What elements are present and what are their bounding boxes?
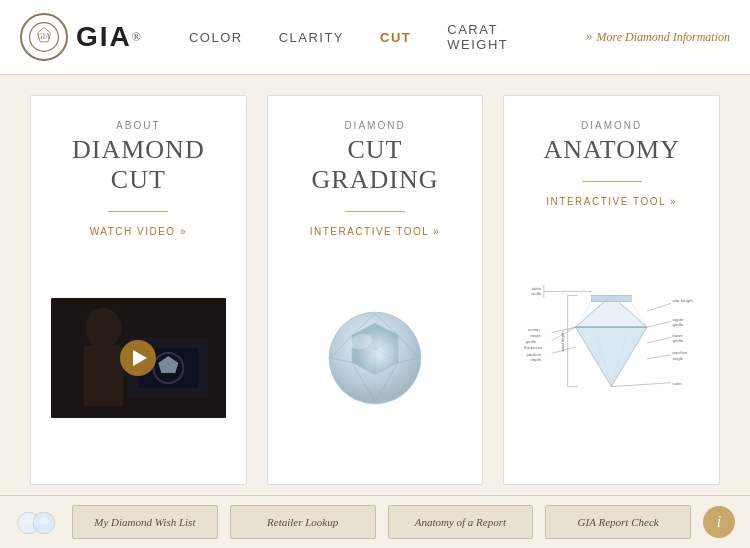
info-icon: i — [717, 513, 721, 531]
logo-text: GIA — [76, 21, 132, 53]
nav-clarity[interactable]: CLARITY — [261, 30, 362, 45]
svg-marker-24 — [576, 327, 647, 387]
watch-video-link[interactable]: WATCH VIDEO » — [90, 226, 187, 238]
report-check-button[interactable]: GIA Report Check — [545, 505, 691, 539]
svg-text:girdle: girdle — [673, 322, 684, 327]
card-label-2: DIAMOND — [344, 120, 405, 131]
svg-line-41 — [647, 322, 671, 328]
svg-point-3 — [85, 308, 121, 348]
more-info-link[interactable]: » More Diamond Information — [585, 29, 730, 45]
svg-line-56 — [647, 355, 671, 359]
svg-text:GIA: GIA — [38, 33, 52, 41]
card-anatomy: DIAMOND ANATOMY INTERACTIVE TOOL » — [503, 95, 720, 485]
card-cut-grading: DIAMOND CUT GRADING INTERACTIVE TOOL » — [267, 95, 484, 485]
more-info-label: More Diamond Information — [596, 30, 730, 45]
info-button[interactable]: i — [703, 506, 735, 538]
card-image-3: table width star length upper girdle cro… — [524, 222, 699, 464]
report-anatomy-label: Anatomy of a Report — [415, 516, 506, 528]
logo-icon: GIA — [20, 13, 68, 61]
card-title-2: CUT GRADING — [288, 135, 463, 195]
diamond-gem-svg — [320, 303, 430, 413]
card-diamond-cut: ABOUT DIAMOND CUT WATCH VIDEO » — [30, 95, 247, 485]
wish-list-label: My Diamond Wish List — [94, 516, 195, 528]
card-divider-2 — [345, 211, 405, 212]
nav-carat[interactable]: CARAT WEIGHT — [429, 22, 575, 52]
card-title-1: DIAMOND CUT — [51, 135, 226, 195]
svg-text:crown: crown — [528, 327, 540, 332]
card-divider-1 — [108, 211, 168, 212]
nav-color[interactable]: COLOR — [171, 30, 261, 45]
svg-text:angle: angle — [673, 356, 684, 361]
svg-rect-4 — [83, 346, 123, 406]
svg-text:width: width — [532, 291, 543, 296]
svg-text:table: table — [532, 286, 542, 291]
svg-line-59 — [612, 383, 672, 387]
card-image-1 — [51, 252, 226, 464]
chevron-double-icon: » — [585, 29, 592, 45]
retailer-label: Retailer Lookup — [267, 516, 338, 528]
card-divider-3 — [582, 181, 642, 182]
svg-text:thickness: thickness — [524, 345, 543, 350]
card-title-3: ANATOMY — [543, 135, 680, 165]
retailer-button[interactable]: Retailer Lookup — [230, 505, 376, 539]
card-image-2 — [288, 252, 463, 464]
interactive-tool-link-1[interactable]: INTERACTIVE TOOL » — [310, 226, 441, 238]
svg-text:pavilion: pavilion — [527, 352, 542, 357]
svg-text:girdle: girdle — [526, 339, 537, 344]
report-check-label: GIA Report Check — [578, 516, 659, 528]
svg-text:angle: angle — [531, 333, 542, 338]
logo-sup: ® — [132, 30, 141, 45]
report-anatomy-button[interactable]: Anatomy of a Report — [388, 505, 534, 539]
svg-line-39 — [647, 303, 671, 311]
main-content: ABOUT DIAMOND CUT WATCH VIDEO » — [0, 75, 750, 505]
svg-text:pavilion: pavilion — [673, 350, 688, 355]
svg-rect-25 — [592, 295, 632, 301]
anatomy-diagram-svg: table width star length upper girdle cro… — [524, 273, 699, 413]
svg-line-53 — [647, 337, 671, 343]
card-label-1: ABOUT — [116, 120, 160, 131]
nav-cut[interactable]: CUT — [362, 30, 429, 45]
video-thumbnail[interactable] — [51, 298, 226, 418]
card-label-3: DIAMOND — [581, 120, 642, 131]
svg-text:girdle: girdle — [673, 338, 684, 343]
svg-text:total depth: total depth — [560, 331, 565, 352]
play-icon — [133, 350, 147, 366]
svg-text:depth: depth — [531, 357, 542, 362]
main-nav: COLOR CLARITY CUT CARAT WEIGHT — [171, 22, 576, 52]
logo-area: GIA GIA® — [20, 13, 141, 61]
header: GIA GIA® COLOR CLARITY CUT CARAT WEIGHT … — [0, 0, 750, 75]
svg-text:star length: star length — [673, 299, 694, 304]
wish-list-button[interactable]: My Diamond Wish List — [72, 505, 218, 539]
diamond-gems-icon — [15, 505, 60, 540]
bottom-bar: My Diamond Wish List Retailer Lookup Ana… — [0, 495, 750, 548]
svg-text:lower: lower — [673, 333, 684, 338]
interactive-tool-link-2[interactable]: INTERACTIVE TOOL » — [546, 196, 677, 208]
svg-text:upper: upper — [673, 317, 685, 322]
svg-text:culet: culet — [673, 381, 683, 386]
